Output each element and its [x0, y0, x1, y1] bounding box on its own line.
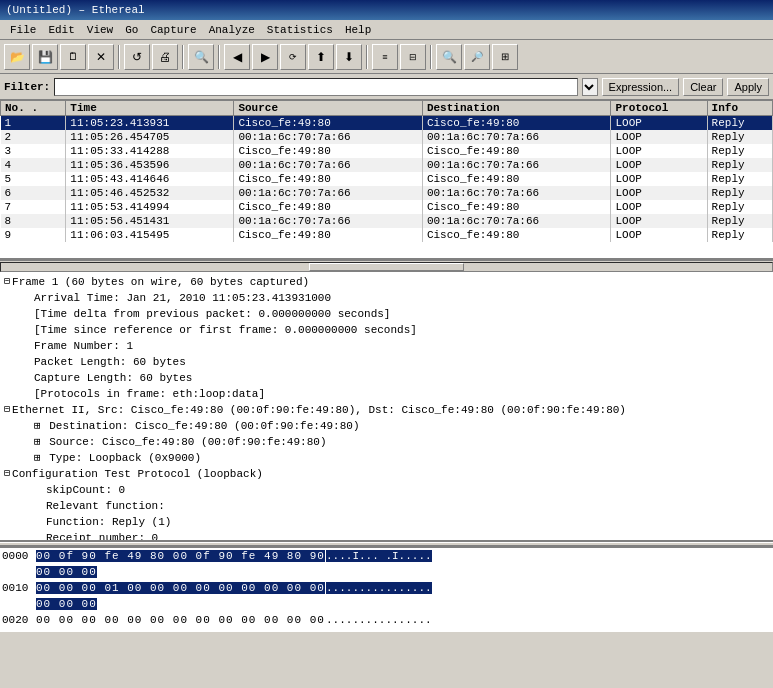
- toolbar-sep-3: [218, 45, 220, 69]
- open-button[interactable]: 📂: [4, 44, 30, 70]
- close-capture-button[interactable]: ✕: [88, 44, 114, 70]
- toolbar-sep-1: [118, 45, 120, 69]
- reload-button[interactable]: ↺: [124, 44, 150, 70]
- table-row[interactable]: 511:05:43.414646Cisco_fe:49:80Cisco_fe:4…: [1, 172, 773, 186]
- go-button[interactable]: ⟳: [280, 44, 306, 70]
- frame-children: Arrival Time: Jan 21, 2010 11:05:23.4139…: [4, 290, 769, 402]
- hex-ascii: ................: [326, 580, 771, 612]
- hex-ascii: ....I... .I.....: [326, 548, 771, 580]
- hex-bytes: 00 00 00 00 00 00 00 00 00 00 00 00 00 0…: [36, 612, 326, 632]
- table-row[interactable]: 311:05:33.414288Cisco_fe:49:80Cisco_fe:4…: [1, 144, 773, 158]
- filter-bar: Filter: ▼ Expression... Clear Apply: [0, 74, 773, 100]
- table-row[interactable]: 211:05:26.45470500:1a:6c:70:7a:6600:1a:6…: [1, 130, 773, 144]
- frame-detail-item: Packet Length: 60 bytes: [18, 354, 769, 370]
- forward-button[interactable]: ▶: [252, 44, 278, 70]
- hex-offset: 0020: [2, 612, 36, 632]
- toolbar-sep-4: [366, 45, 368, 69]
- col-no[interactable]: No. .: [1, 101, 66, 116]
- menu-bar: File Edit View Go Capture Analyze Statis…: [0, 20, 773, 40]
- filter-input[interactable]: [54, 78, 577, 96]
- ethernet-detail-item: ⊞ Type: Loopback (0x9000): [18, 450, 769, 466]
- menu-analyze[interactable]: Analyze: [203, 23, 261, 37]
- config-detail-item: skipCount: 0: [18, 482, 769, 498]
- col-destination[interactable]: Destination: [422, 101, 611, 116]
- color-rules-button[interactable]: ≡: [372, 44, 398, 70]
- hscroll-track[interactable]: [0, 262, 773, 272]
- hex-bytes: 00 0f 90 fe 49 80 00 0f 90 fe 49 80 90 0…: [36, 548, 326, 580]
- config-children: skipCount: 0Relevant function:Function: …: [4, 482, 769, 542]
- toolbar-sep-5: [430, 45, 432, 69]
- menu-view[interactable]: View: [81, 23, 119, 37]
- toolbar: 📂 💾 🗒 ✕ ↺ 🖨 🔍 ◀ ▶ ⟳ ⬆ ⬇ ≡ ⊟ 🔍 🔎 ⊞: [0, 40, 773, 74]
- properties-button[interactable]: 🗒: [60, 44, 86, 70]
- ethernet-toggle[interactable]: ⊟: [4, 402, 10, 418]
- zoom-in-button[interactable]: 🔍: [436, 44, 462, 70]
- tree-toggle-inline[interactable]: ⊞: [34, 420, 47, 432]
- frame-detail-item: Arrival Time: Jan 21, 2010 11:05:23.4139…: [18, 290, 769, 306]
- col-source[interactable]: Source: [234, 101, 423, 116]
- packet-list-container[interactable]: No. . Time Source Destination Protocol I…: [0, 100, 773, 260]
- ethernet-children: ⊞ Destination: Cisco_fe:49:80 (00:0f:90:…: [4, 418, 769, 466]
- title-text: (Untitled) – Ethereal: [6, 4, 145, 16]
- clear-button[interactable]: Clear: [683, 78, 723, 96]
- hex-section: 000000 0f 90 fe 49 80 00 0f 90 fe 49 80 …: [0, 546, 773, 632]
- col-info[interactable]: Info: [707, 101, 772, 116]
- filter-label: Filter:: [4, 81, 50, 93]
- menu-capture[interactable]: Capture: [144, 23, 202, 37]
- table-row[interactable]: 911:06:03.415495Cisco_fe:49:80Cisco_fe:4…: [1, 228, 773, 242]
- config-detail-item: Function: Reply (1): [18, 514, 769, 530]
- horizontal-scrollbar[interactable]: [0, 260, 773, 272]
- config-tree-item[interactable]: ⊟ Configuration Test Protocol (loopback): [4, 466, 769, 482]
- table-row[interactable]: 711:05:53.414994Cisco_fe:49:80Cisco_fe:4…: [1, 200, 773, 214]
- hex-row: 001000 00 00 01 00 00 00 00 00 00 00 00 …: [0, 580, 773, 612]
- menu-edit[interactable]: Edit: [42, 23, 80, 37]
- config-detail-item: Relevant function:: [18, 498, 769, 514]
- hex-bytes: 00 00 00 01 00 00 00 00 00 00 00 00 00 0…: [36, 580, 326, 612]
- frame-detail-item: Capture Length: 60 bytes: [18, 370, 769, 386]
- table-row[interactable]: 611:05:46.45253200:1a:6c:70:7a:6600:1a:6…: [1, 186, 773, 200]
- tree-toggle-inline[interactable]: ⊞: [34, 436, 47, 448]
- coloring-button[interactable]: ⊟: [400, 44, 426, 70]
- packet-list: No. . Time Source Destination Protocol I…: [0, 100, 773, 242]
- col-time[interactable]: Time: [66, 101, 234, 116]
- config-detail-item: Receipt number: 0: [18, 530, 769, 542]
- find-button[interactable]: 🔍: [188, 44, 214, 70]
- frame-header: Frame 1 (60 bytes on wire, 60 bytes capt…: [12, 274, 309, 290]
- last-button[interactable]: ⬇: [336, 44, 362, 70]
- table-row[interactable]: 111:05:23.413931Cisco_fe:49:80Cisco_fe:4…: [1, 116, 773, 131]
- save-button[interactable]: 💾: [32, 44, 58, 70]
- frame-tree-item[interactable]: ⊟ Frame 1 (60 bytes on wire, 60 bytes ca…: [4, 274, 769, 290]
- menu-help[interactable]: Help: [339, 23, 377, 37]
- frame-detail-item: [Protocols in frame: eth:loop:data]: [18, 386, 769, 402]
- ethernet-tree-item[interactable]: ⊟ Ethernet II, Src: Cisco_fe:49:80 (00:0…: [4, 402, 769, 418]
- hex-ascii: ................: [326, 612, 771, 632]
- table-row[interactable]: 811:05:56.45143100:1a:6c:70:7a:6600:1a:6…: [1, 214, 773, 228]
- frame-detail-item: [Time since reference or first frame: 0.…: [18, 322, 769, 338]
- menu-go[interactable]: Go: [119, 23, 144, 37]
- hex-offset: 0010: [2, 580, 36, 612]
- config-toggle[interactable]: ⊟: [4, 466, 10, 482]
- back-button[interactable]: ◀: [224, 44, 250, 70]
- frame-detail-item: Frame Number: 1: [18, 338, 769, 354]
- hex-offset: 0000: [2, 548, 36, 580]
- menu-file[interactable]: File: [4, 23, 42, 37]
- tree-toggle-inline[interactable]: ⊞: [34, 452, 47, 464]
- frame-toggle[interactable]: ⊟: [4, 274, 10, 290]
- first-button[interactable]: ⬆: [308, 44, 334, 70]
- zoom-reset-button[interactable]: ⊞: [492, 44, 518, 70]
- apply-button[interactable]: Apply: [727, 78, 769, 96]
- print-button[interactable]: 🖨: [152, 44, 178, 70]
- detail-section[interactable]: ⊟ Frame 1 (60 bytes on wire, 60 bytes ca…: [0, 272, 773, 542]
- col-protocol[interactable]: Protocol: [611, 101, 707, 116]
- ethernet-detail-item: ⊞ Source: Cisco_fe:49:80 (00:0f:90:fe:49…: [18, 434, 769, 450]
- frame-detail-item: [Time delta from previous packet: 0.0000…: [18, 306, 769, 322]
- hscroll-thumb[interactable]: [309, 263, 463, 271]
- menu-statistics[interactable]: Statistics: [261, 23, 339, 37]
- zoom-out-button[interactable]: 🔎: [464, 44, 490, 70]
- packet-rows: 111:05:23.413931Cisco_fe:49:80Cisco_fe:4…: [1, 116, 773, 243]
- config-header: Configuration Test Protocol (loopback): [12, 466, 263, 482]
- filter-dropdown[interactable]: ▼: [582, 78, 598, 96]
- table-row[interactable]: 411:05:36.45359600:1a:6c:70:7a:6600:1a:6…: [1, 158, 773, 172]
- expression-button[interactable]: Expression...: [602, 78, 680, 96]
- hex-row: 000000 0f 90 fe 49 80 00 0f 90 fe 49 80 …: [0, 548, 773, 580]
